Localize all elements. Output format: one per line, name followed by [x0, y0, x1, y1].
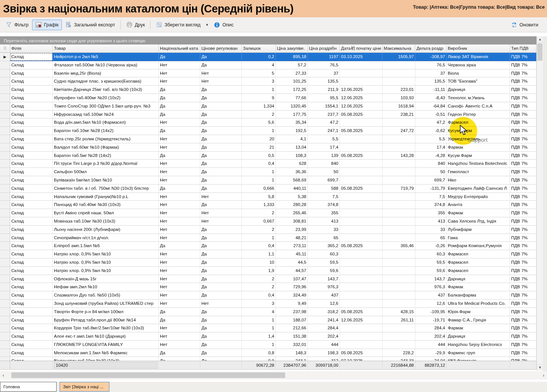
grid-cell[interactable]: 50 [415, 168, 447, 176]
grid-cell[interactable]: Склад [10, 176, 53, 184]
description-button[interactable]: Опис [211, 20, 237, 30]
grid-cell[interactable] [383, 283, 415, 291]
grid-cell[interactable]: 148,3 [276, 349, 308, 357]
column-header[interactable]: Залишок [242, 45, 276, 53]
table-row[interactable]: СкладБаратон таб.5мг №28 (14х2)ДаДа0,510… [0, 152, 536, 160]
table-row[interactable]: СкладАлое екс-т амп.1мл №10 (Дарниця)Нет… [0, 332, 536, 341]
grid-cell[interactable]: Алое екс-т амп.1мл №10 (Дарниця) [53, 332, 159, 341]
grid-cell[interactable]: 177,75 [276, 111, 308, 119]
grid-cell[interactable]: 699,7 [308, 176, 340, 184]
grid-cell[interactable] [340, 118, 383, 127]
save-view-button[interactable]: Зберегти вигляд [152, 20, 204, 30]
grid-cell[interactable]: ПДВ 7% [510, 217, 536, 226]
grid-cell[interactable] [340, 300, 383, 308]
column-header[interactable]: Ціна роздрібн [308, 45, 340, 53]
grid-cell[interactable]: -29,9 [415, 349, 447, 357]
horizontal-scrollbar[interactable]: ‹ › [0, 371, 547, 380]
grid-cell[interactable]: Ніфуроксазид таб.100мг №24 [53, 111, 159, 119]
grid-cell[interactable]: ПДВ 7% [510, 118, 536, 127]
table-row[interactable]: СкладТівортін Форте р-н 84 мг/мл 100млДа… [0, 308, 536, 316]
scroll-right-arrow-icon[interactable]: › [540, 371, 547, 380]
row-indicator[interactable] [0, 242, 10, 250]
row-indicator[interactable] [0, 275, 10, 283]
grid-cell[interactable]: Тожео СолоСтар 300 ОД/мл 1.5мл шпр-руч. … [53, 102, 159, 111]
grid-cell[interactable]: -308,97 [415, 53, 447, 61]
grid-cell[interactable]: Да [159, 357, 200, 361]
grid-cell[interactable]: Да [200, 94, 242, 102]
row-indicator[interactable] [0, 234, 10, 242]
grid-cell[interactable]: ПДВ 7% [510, 267, 536, 275]
grid-cell[interactable]: 588 [308, 184, 340, 193]
grid-cell[interactable]: 05.08.2025 [340, 242, 383, 250]
grid-cell[interactable]: 308,81 [276, 217, 308, 226]
grid-cell[interactable]: Дарниця [447, 332, 510, 341]
grid-cell[interactable] [383, 267, 415, 275]
row-indicator[interactable] [0, 168, 10, 176]
grid-cell[interactable]: 07.10.2025 [340, 357, 383, 361]
row-indicator[interactable] [0, 209, 10, 217]
group-by-bar[interactable]: Перетягніть заголовок колонки сюди для у… [0, 36, 536, 45]
grid-cell[interactable]: Склад [10, 143, 53, 152]
grid-cell[interactable]: 223,01 [383, 86, 415, 94]
grid-cell[interactable]: Нет [159, 135, 200, 143]
grid-cell[interactable] [383, 217, 415, 226]
grid-cell[interactable]: 976,3 [415, 283, 447, 291]
grid-cell[interactable]: Да [159, 349, 200, 357]
grid-cell[interactable]: Натрію хлор. 0,9% 5мл №10 [53, 250, 159, 258]
grid-cell[interactable] [383, 193, 415, 201]
grid-cell[interactable] [340, 176, 383, 184]
grid-cell[interactable]: Да [159, 53, 200, 61]
row-indicator[interactable] [0, 160, 10, 168]
table-row[interactable]: СкладВінпоцетин таб.10мг №30 (10х3)ДаДа0… [0, 357, 536, 361]
grid-cell[interactable]: Да [200, 258, 242, 267]
grid-cell[interactable]: Нет [159, 300, 200, 308]
grid-cell[interactable]: ТОВ "Екогама" [447, 77, 510, 86]
grid-cell[interactable]: ПДВ 7% [510, 193, 536, 201]
grid-cell[interactable]: ПДВ 7% [510, 160, 536, 168]
grid-cell[interactable]: 59,5 [415, 258, 447, 267]
grid-cell[interactable]: Да [159, 152, 200, 160]
grid-cell[interactable]: ПДВ 7% [510, 357, 536, 361]
grid-cell[interactable]: 03.10.2025 [340, 53, 383, 61]
grid-cell[interactable] [383, 250, 415, 258]
grid-cell[interactable]: Ultra for Medical Products Co. [447, 300, 510, 308]
grid-cell[interactable]: 65 [308, 234, 340, 242]
grid-cell[interactable]: 247,72 [383, 127, 415, 135]
grid-cell[interactable]: Баратон таб.5мг №28 (14х2) [53, 152, 159, 160]
grid-cell[interactable]: Льону насіння 200г (Лубнифарм) [53, 226, 159, 234]
grid-cell[interactable]: Нейротоп р-н 2мл №5 [53, 53, 159, 61]
grid-cell[interactable]: 4,1 [276, 135, 308, 143]
grid-cell[interactable]: 840 [415, 160, 447, 168]
column-header[interactable]: Товар [53, 45, 159, 53]
grid-cell[interactable]: 4 [242, 61, 276, 69]
grid-cell[interactable]: Да [200, 250, 242, 258]
grid-cell[interactable]: 261,11 [383, 316, 415, 324]
grid-cell[interactable]: Да [200, 168, 242, 176]
grid-cell[interactable] [340, 69, 383, 78]
grid-cell[interactable]: Склад [10, 341, 53, 349]
grid-cell[interactable]: Склад [10, 250, 53, 258]
grid-cell[interactable]: Да [159, 184, 200, 193]
grid-cell[interactable]: Склад [10, 201, 53, 209]
grid-cell[interactable]: Нет [159, 332, 200, 341]
grid-cell[interactable]: 1 [242, 316, 276, 324]
grid-cell[interactable]: 312 [308, 357, 340, 361]
grid-cell[interactable]: Нет [159, 118, 200, 127]
grid-cell[interactable] [340, 61, 383, 69]
grid-cell[interactable]: 37 [308, 69, 340, 78]
row-indicator[interactable] [0, 217, 10, 226]
grid-cell[interactable]: 729,96 [276, 283, 308, 291]
grid-cell[interactable]: -0,51 [415, 111, 447, 119]
grid-cell[interactable] [383, 209, 415, 217]
grid-cell[interactable]: Hangzhou Sejoy Electronics [447, 341, 510, 349]
grid-cell[interactable] [340, 250, 383, 258]
column-header[interactable]: Тип ПДВ [510, 45, 536, 53]
grid-cell[interactable]: Сильфон 500мл [53, 168, 159, 176]
grid-cell[interactable]: Нет [159, 341, 200, 349]
grid-cell[interactable]: Нет [200, 77, 242, 86]
grid-cell[interactable]: 284,4 [415, 324, 447, 332]
grid-cell[interactable]: 95,5 [308, 94, 340, 102]
grid-cell[interactable]: 10 [242, 258, 276, 267]
grid-cell[interactable]: Нет [159, 201, 200, 209]
grid-cell[interactable]: Зонд шлунковий (трубка Райла) ULTRAMED с… [53, 300, 159, 308]
